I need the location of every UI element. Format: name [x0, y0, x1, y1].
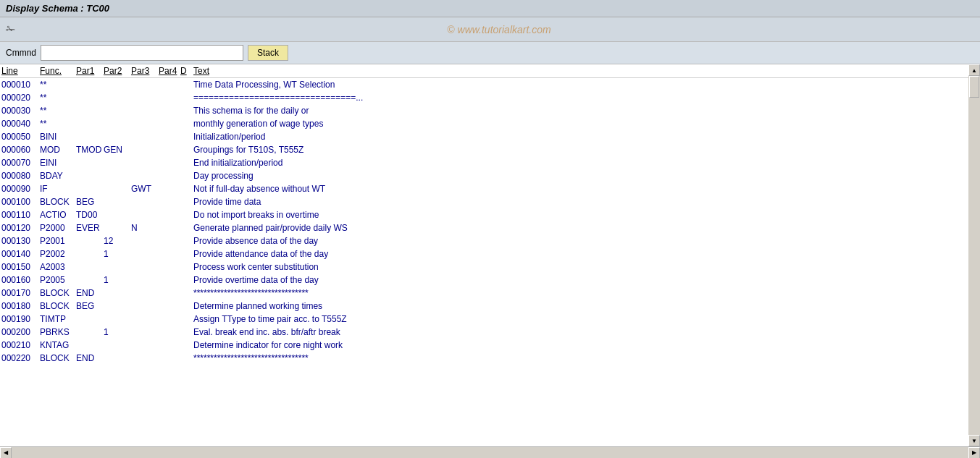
table-row[interactable]: 000160P20051Provide overtime data of the…	[0, 273, 968, 287]
cell-func: BDAY	[40, 171, 76, 181]
cell-par1: EVER	[76, 223, 104, 233]
col-header-text: Text	[193, 66, 968, 76]
table-row[interactable]: 000070EINIEnd initialization/period	[0, 156, 968, 169]
cell-text: Provide attendance data of the day	[193, 249, 968, 259]
cell-line: 000050	[0, 132, 40, 142]
table-row[interactable]: 000100BLOCKBEGProvide time data	[0, 195, 968, 208]
col-header-d: D	[180, 66, 193, 76]
scroll-thumb[interactable]	[969, 76, 979, 98]
cell-par1: TD00	[76, 210, 104, 220]
table-row[interactable]: 000030**This schema is for the daily or	[0, 104, 968, 117]
table-row[interactable]: 000040**monthly generation of wage types	[0, 117, 968, 130]
cell-func: BLOCK	[40, 353, 76, 363]
cell-func: P2001	[40, 236, 76, 246]
cell-par1: END	[76, 353, 104, 363]
scroll-track	[968, 76, 980, 435]
cell-text: monthly generation of wage types	[193, 119, 968, 129]
copyright-text: © www.tutorialkart.com	[24, 24, 974, 35]
table-row[interactable]: 000180BLOCKBEGDetermine planned working …	[0, 300, 968, 313]
table-row[interactable]: 000130P200112Provide absence data of the…	[0, 234, 968, 247]
cell-line: 000150	[0, 262, 40, 272]
cell-line: 000070	[0, 158, 40, 168]
command-input[interactable]	[41, 45, 243, 61]
table-row[interactable]: 000090IFGWTNot if full-day absence witho…	[0, 182, 968, 195]
scroll-right-arrow[interactable]: ▶	[968, 447, 980, 459]
cell-text: ================================...	[193, 93, 968, 103]
table-row[interactable]: 000010**Time Data Processing, WT Selecti…	[0, 78, 968, 91]
cell-par2: 1	[104, 327, 131, 337]
cell-func: MOD	[40, 145, 76, 155]
col-header-par4: Par4	[159, 66, 180, 76]
cell-text: Process work center substitution	[193, 262, 968, 272]
col-header-par3: Par3	[131, 66, 159, 76]
cell-line: 000210	[0, 340, 40, 350]
cell-text: Groupings for T510S, T555Z	[193, 145, 968, 155]
table-row[interactable]: 000140P20021Provide attendance data of t…	[0, 247, 968, 260]
toolbar-icon[interactable]: ✁	[6, 22, 15, 36]
cell-func: BLOCK	[40, 197, 76, 207]
table-row[interactable]: 000190TIMTPAssign TType to time pair acc…	[0, 313, 968, 326]
scroll-up-arrow[interactable]: ▲	[968, 64, 980, 76]
cell-text: Provide time data	[193, 197, 968, 207]
cell-func: PBRKS	[40, 327, 76, 337]
table-row[interactable]: 000110ACTIOTD00Do not import breaks in o…	[0, 208, 968, 221]
cell-par1: TMOD	[76, 145, 104, 155]
table-row[interactable]: 000220BLOCKEND**************************…	[0, 352, 968, 365]
cell-text: Determine indicator for core night work	[193, 340, 968, 350]
table-row[interactable]: 000170BLOCKEND**************************…	[0, 287, 968, 300]
table-scroll[interactable]: Line Func. Par1 Par2 Par3 Par4 D Text 00…	[0, 64, 980, 446]
stack-button[interactable]: Stack	[248, 45, 288, 61]
cell-par3: GWT	[131, 184, 159, 194]
cell-text: Not if full-day absence without WT	[193, 184, 968, 194]
toolbar: ✁ © www.tutorialkart.com	[0, 17, 980, 42]
cell-func: BLOCK	[40, 288, 76, 298]
cell-line: 000110	[0, 210, 40, 220]
col-header-par1: Par1	[76, 66, 104, 76]
cell-line: 000040	[0, 119, 40, 129]
cell-text: End initialization/period	[193, 158, 968, 168]
cell-func: BINI	[40, 132, 76, 142]
command-label: Cmmnd	[6, 48, 36, 58]
col-header-line: Line	[0, 66, 40, 76]
cell-par1: BEG	[76, 301, 104, 311]
cell-text: Generate planned pair/provide daily WS	[193, 223, 968, 233]
table-area: Line Func. Par1 Par2 Par3 Par4 D Text 00…	[0, 64, 980, 446]
cell-line: 000120	[0, 223, 40, 233]
table-row[interactable]: 000080BDAYDay processing	[0, 169, 968, 182]
cell-par2: 1	[104, 275, 131, 285]
table-row[interactable]: 000020**================================…	[0, 91, 968, 104]
cell-text: **********************************	[193, 353, 968, 363]
scroll-h-track	[12, 447, 968, 459]
table-row[interactable]: 000200PBRKS1Eval. break end inc. abs. bf…	[0, 326, 968, 339]
col-header-func: Func.	[40, 66, 76, 76]
table-row[interactable]: 000120P2000EVERNGenerate planned pair/pr…	[0, 221, 968, 234]
cell-text: This schema is for the daily or	[193, 106, 968, 116]
cell-func: P2005	[40, 275, 76, 285]
col-header-par2: Par2	[104, 66, 131, 76]
scroll-down-arrow[interactable]: ▼	[968, 435, 980, 446]
table-row[interactable]: 000060MODTMODGENGroupings for T510S, T55…	[0, 143, 968, 156]
cell-func: BLOCK	[40, 301, 76, 311]
cell-text: Initialization/period	[193, 132, 968, 142]
cell-func: **	[40, 93, 76, 103]
cell-line: 000160	[0, 275, 40, 285]
command-bar: Cmmnd Stack	[0, 42, 980, 64]
bottom-scrollbar: ◀ ▶	[0, 446, 980, 458]
cell-line: 000080	[0, 171, 40, 181]
cell-func: ACTIO	[40, 210, 76, 220]
cell-func: KNTAG	[40, 340, 76, 350]
cell-func: P2000	[40, 223, 76, 233]
scroll-left-arrow[interactable]: ◀	[0, 447, 12, 459]
table-row[interactable]: 000050BINIInitialization/period	[0, 130, 968, 143]
cell-func: **	[40, 106, 76, 116]
cell-line: 000100	[0, 197, 40, 207]
cell-func: A2003	[40, 262, 76, 272]
cell-line: 000200	[0, 327, 40, 337]
cell-par3: N	[131, 223, 159, 233]
table-row[interactable]: 000210KNTAGDetermine indicator for core …	[0, 339, 968, 352]
table-row[interactable]: 000150A2003Process work center substitut…	[0, 260, 968, 273]
cell-line: 000020	[0, 93, 40, 103]
cell-line: 000220	[0, 353, 40, 363]
cell-func: IF	[40, 184, 76, 194]
cell-text: **********************************	[193, 288, 968, 298]
